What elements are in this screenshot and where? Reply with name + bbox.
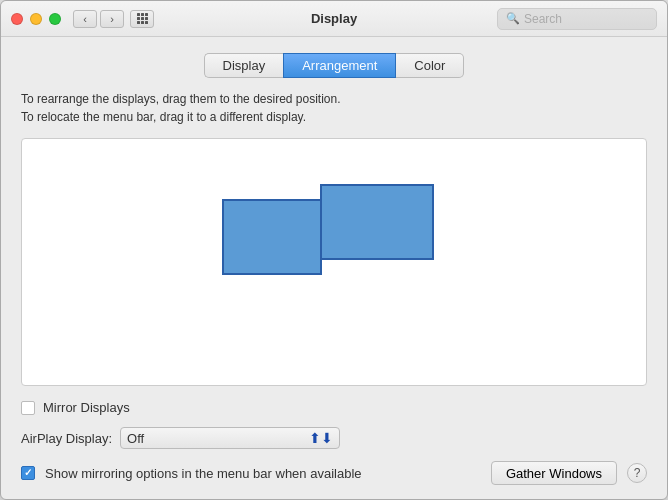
mirroring-checkbox[interactable]: ✓: [21, 466, 35, 480]
forward-icon: ›: [110, 13, 114, 25]
tabs: Display Arrangement Color: [21, 53, 647, 78]
maximize-button[interactable]: [49, 13, 61, 25]
search-icon: 🔍: [506, 12, 520, 25]
grid-icon: [137, 13, 148, 24]
gather-windows-button[interactable]: Gather Windows: [491, 461, 617, 485]
mirror-checkbox[interactable]: [21, 401, 35, 415]
grid-button[interactable]: [130, 10, 154, 28]
mirror-label: Mirror Displays: [43, 400, 130, 415]
tab-display[interactable]: Display: [204, 53, 284, 78]
monitor-secondary[interactable]: [320, 184, 434, 260]
checkmark-icon: ✓: [24, 468, 32, 478]
minimize-button[interactable]: [30, 13, 42, 25]
window-title: Display: [311, 11, 357, 26]
close-button[interactable]: [11, 13, 23, 25]
search-box[interactable]: 🔍 Search: [497, 8, 657, 30]
back-button[interactable]: ‹: [73, 10, 97, 28]
window: ‹ › Display 🔍 Search Display: [0, 0, 668, 500]
airplay-select[interactable]: Off ⬆⬇: [120, 427, 340, 449]
content: Display Arrangement Color To rearrange t…: [1, 37, 667, 499]
mirror-row: Mirror Displays: [21, 400, 647, 415]
bottom-row: ✓ Show mirroring options in the menu bar…: [21, 461, 647, 485]
airplay-row: AirPlay Display: Off ⬆⬇: [21, 427, 647, 449]
help-button[interactable]: ?: [627, 463, 647, 483]
tab-arrangement[interactable]: Arrangement: [283, 53, 396, 78]
monitor-primary[interactable]: [222, 199, 322, 275]
airplay-value: Off: [127, 431, 144, 446]
forward-button[interactable]: ›: [100, 10, 124, 28]
traffic-lights: [11, 13, 61, 25]
description-line1: To rearrange the displays, drag them to …: [21, 90, 647, 108]
display-area: [21, 138, 647, 386]
nav-buttons: ‹ ›: [73, 10, 124, 28]
titlebar: ‹ › Display 🔍 Search: [1, 1, 667, 37]
description-line2: To relocate the menu bar, drag it to a d…: [21, 108, 647, 126]
back-icon: ‹: [83, 13, 87, 25]
tab-color[interactable]: Color: [396, 53, 464, 78]
airplay-label: AirPlay Display:: [21, 431, 112, 446]
mirroring-label: Show mirroring options in the menu bar w…: [45, 466, 481, 481]
search-placeholder: Search: [524, 12, 562, 26]
select-arrow-icon: ⬆⬇: [309, 430, 333, 446]
description: To rearrange the displays, drag them to …: [21, 90, 647, 126]
